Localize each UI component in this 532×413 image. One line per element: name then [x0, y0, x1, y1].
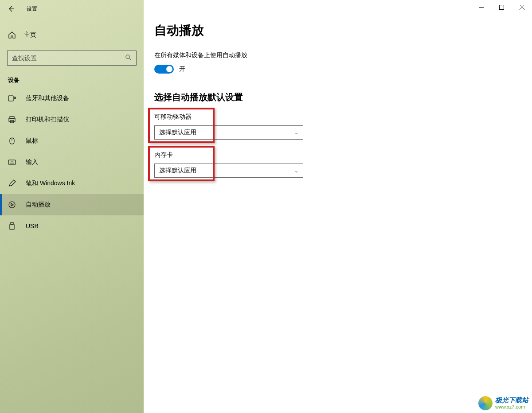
- page-title: 自动播放: [154, 22, 532, 39]
- sidebar-item-label: 鼠标: [26, 137, 38, 145]
- chevron-down-icon: ⌄: [294, 130, 298, 136]
- home-link[interactable]: 主页: [0, 27, 144, 43]
- pen-icon: [8, 179, 16, 187]
- sidebar-item-mouse[interactable]: 鼠标: [0, 130, 144, 152]
- minimize-icon: [479, 5, 484, 10]
- autoplay-icon: [8, 201, 16, 209]
- arrow-left-icon: [8, 5, 15, 12]
- home-label: 主页: [24, 31, 36, 39]
- back-button[interactable]: [6, 4, 16, 14]
- autoplay-toggle[interactable]: [154, 65, 174, 74]
- search-box[interactable]: [7, 51, 137, 66]
- removable-drive-dropdown[interactable]: 选择默认应用 ⌄: [154, 125, 303, 140]
- category-header: 设备: [0, 66, 144, 88]
- sidebar-item-label: USB: [26, 222, 39, 230]
- svg-rect-16: [10, 224, 14, 230]
- sidebar-item-label: 笔和 Windows Ink: [26, 179, 75, 187]
- removable-drive-label: 可移动驱动器: [154, 113, 309, 121]
- defaults-section-title: 选择自动播放默认设置: [154, 91, 532, 103]
- toggle-state-label: 开: [179, 65, 185, 73]
- sidebar: 设置 主页 设备 蓝牙和其他设备: [0, 0, 144, 413]
- svg-point-0: [126, 55, 129, 58]
- svg-rect-1: [8, 96, 13, 101]
- removable-drive-group: 可移动驱动器 选择默认应用 ⌄: [154, 113, 309, 140]
- search-icon: [125, 54, 132, 62]
- app-title: 设置: [27, 5, 37, 13]
- sidebar-item-label: 打印机和扫描仪: [26, 116, 69, 124]
- dropdown-value: 选择默认应用: [159, 129, 196, 136]
- watermark-line2: www.xz7.com: [495, 404, 528, 410]
- sidebar-item-label: 蓝牙和其他设备: [26, 94, 69, 102]
- minimize-button[interactable]: [471, 0, 491, 14]
- search-input[interactable]: [12, 55, 125, 62]
- svg-point-14: [9, 202, 15, 208]
- window-controls: [471, 0, 532, 14]
- sidebar-item-typing[interactable]: 输入: [0, 152, 144, 173]
- chevron-down-icon: ⌄: [294, 168, 298, 174]
- sidebar-item-autoplay[interactable]: 自动播放: [0, 194, 144, 215]
- svg-rect-3: [10, 117, 14, 118]
- maximize-button[interactable]: [491, 0, 512, 14]
- close-button[interactable]: [512, 0, 532, 14]
- memory-card-label: 内存卡: [154, 151, 309, 159]
- sidebar-item-pen[interactable]: 笔和 Windows Ink: [0, 173, 144, 194]
- keyboard-icon: [8, 158, 16, 166]
- svg-rect-21: [499, 5, 504, 9]
- usb-icon: [8, 222, 16, 230]
- autoplay-enable-label: 在所有媒体和设备上使用自动播放: [154, 51, 532, 59]
- main-content: 自动播放 在所有媒体和设备上使用自动播放 开 选择自动播放默认设置 可移动驱动器…: [144, 0, 532, 413]
- home-icon: [8, 31, 16, 39]
- sidebar-item-printers[interactable]: 打印机和扫描仪: [0, 109, 144, 130]
- mouse-icon: [8, 137, 16, 145]
- memory-card-dropdown[interactable]: 选择默认应用 ⌄: [154, 164, 303, 178]
- svg-rect-8: [8, 160, 16, 164]
- watermark-logo-icon: [478, 396, 493, 410]
- svg-rect-15: [11, 222, 13, 224]
- titlebar: 设置: [0, 0, 144, 18]
- bluetooth-icon: [8, 94, 16, 102]
- watermark: 极光下载站 www.xz7.com: [478, 396, 528, 410]
- sidebar-item-label: 输入: [26, 158, 38, 166]
- sidebar-item-bluetooth[interactable]: 蓝牙和其他设备: [0, 88, 144, 109]
- printer-icon: [8, 116, 16, 124]
- close-icon: [520, 5, 524, 10]
- memory-card-group: 内存卡 选择默认应用 ⌄: [154, 151, 309, 178]
- svg-rect-2: [14, 97, 16, 99]
- sidebar-item-usb[interactable]: USB: [0, 215, 144, 237]
- dropdown-value: 选择默认应用: [159, 167, 196, 175]
- svg-rect-4: [9, 118, 15, 121]
- watermark-line1: 极光下载站: [495, 396, 528, 404]
- maximize-icon: [499, 5, 504, 10]
- sidebar-item-label: 自动播放: [26, 201, 51, 209]
